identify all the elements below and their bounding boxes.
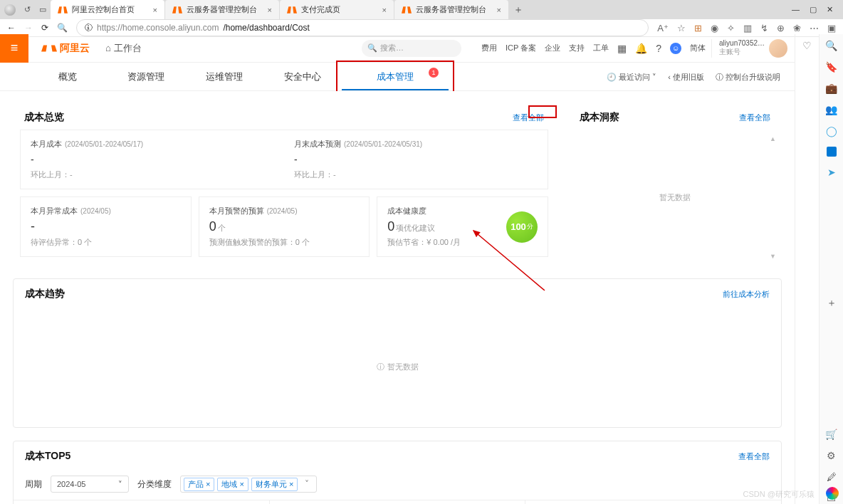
close-icon[interactable]: × <box>497 6 501 14</box>
wallet-icon[interactable]: ❀ <box>793 23 801 33</box>
cost-top5-panel: 成本TOP5 查看全部 周期 2024-05˅ 分类维度 产品 × 地域 × 财… <box>13 441 782 504</box>
period-select[interactable]: 2024-05˅ <box>51 476 129 493</box>
link-icp[interactable]: ICP 备案 <box>506 43 536 53</box>
lens-icon[interactable]: 🔍 <box>825 40 837 51</box>
close-icon[interactable]: × <box>382 6 387 14</box>
tag-finance-unit[interactable]: 财务单元 × <box>251 478 298 491</box>
tab-ops[interactable]: 运维管理 <box>185 63 263 90</box>
assist-icon[interactable]: ☺ <box>670 43 681 54</box>
account-icon[interactable]: ◉ <box>711 23 718 33</box>
window-close-icon[interactable]: ✕ <box>827 5 833 14</box>
tabs-overview-icon[interactable]: ▭ <box>39 5 46 14</box>
edit-icon[interactable]: 🖉 <box>827 471 837 483</box>
upgrade-notes-button[interactable]: ⓘ 控制台升级说明 <box>716 72 780 83</box>
old-version-button[interactable]: ‹ 使用旧版 <box>668 72 704 83</box>
trend-link[interactable]: 前往成本分析 <box>723 289 770 300</box>
close-icon[interactable]: × <box>153 6 157 14</box>
console-right-rail: ♡ <box>795 34 819 504</box>
recent-visit-button[interactable]: 🕘 最近访问 ˅ <box>607 72 656 83</box>
global-search-input[interactable]: 🔍 搜索… <box>362 40 461 57</box>
link-order[interactable]: 工单 <box>593 43 609 53</box>
tab-resources[interactable]: 资源管理 <box>107 63 185 90</box>
insight-view-all-link[interactable]: 查看全部 <box>739 112 770 123</box>
nav-forward-icon: → <box>24 23 33 33</box>
link-support[interactable]: 支持 <box>569 43 585 53</box>
avatar <box>769 39 787 58</box>
copilot-icon[interactable] <box>826 487 839 500</box>
caret-down-icon[interactable]: ▼ <box>770 253 776 260</box>
browser-tab-3[interactable]: 云服务器管理控制台 × <box>394 0 508 19</box>
extension-icon[interactable]: ⊞ <box>694 23 702 33</box>
tab-security[interactable]: 安全中心 <box>263 63 342 90</box>
people-icon[interactable]: 👥 <box>825 104 837 115</box>
dimension-label: 分类维度 <box>137 478 172 490</box>
overview-view-all-link[interactable]: 查看全部 <box>513 112 544 123</box>
tag-product[interactable]: 产品 × <box>184 478 214 491</box>
caret-up-icon[interactable]: ▲ <box>770 135 776 142</box>
lang-switch[interactable]: 简体 <box>690 43 706 53</box>
gear-icon[interactable]: ⚙ <box>827 450 836 461</box>
aliyun-favicon-icon <box>402 5 412 15</box>
tab-cost[interactable]: 成本管理 1 <box>342 63 449 90</box>
tab-overview[interactable]: 概览 <box>28 63 107 90</box>
top5-view-all-link[interactable]: 查看全部 <box>738 451 770 462</box>
tag-icon[interactable]: 🔖 <box>825 61 837 73</box>
app-panel-icon[interactable]: ▥ <box>743 23 752 33</box>
search-icon: 🔍 <box>367 43 377 53</box>
window-maximize-icon[interactable]: ▢ <box>810 5 817 14</box>
brand-logo[interactable]: 阿里云 <box>41 42 90 55</box>
history-icon[interactable]: ↺ <box>24 5 31 14</box>
tag-region[interactable]: 地域 × <box>217 478 248 491</box>
favorite-icon[interactable]: ☆ <box>677 23 686 33</box>
page-main: ≡ 阿里云 ⌂ 工作台 🔍 搜索… 费用 ICP 备案 企业 支持 工单 ▦ 🔔 <box>0 34 795 504</box>
top-links: 费用 ICP 备案 企业 支持 工单 ▦ 🔔 ? ☺ 简体 <box>481 43 706 54</box>
url-host: https://home.console.aliyun.com <box>97 23 219 33</box>
briefcase-icon[interactable]: 💼 <box>825 83 837 94</box>
heart-icon[interactable]: ♡ <box>802 40 812 51</box>
sidebar-toggle-icon[interactable]: ▣ <box>827 23 836 33</box>
add-page-icon[interactable]: ⊕ <box>777 23 785 33</box>
collections-icon[interactable]: ✧ <box>727 23 735 33</box>
browser-tab-title: 云服务器管理控制台 <box>187 4 257 15</box>
trend-empty: 暂无数据 <box>387 362 419 372</box>
nav-reload-icon[interactable]: ⟳ <box>41 23 48 33</box>
page-tabs: 概览 资源管理 运维管理 安全中心 成本管理 1 🕘 最近访问 ˅ ‹ 使用旧版… <box>0 63 795 91</box>
chevron-down-icon: ˅ <box>300 479 313 489</box>
user-block[interactable]: aliyun70352… 主账号 <box>711 39 787 58</box>
browser-tab-title: 云服务器管理控制台 <box>416 4 486 15</box>
menu-icon[interactable]: ⋯ <box>810 23 819 33</box>
link-fee[interactable]: 费用 <box>481 43 497 53</box>
browser-tab-0[interactable]: 阿里云控制台首页 × <box>51 0 164 19</box>
site-info-icon[interactable]: 🛈 <box>84 23 93 33</box>
workbench-button[interactable]: ⌂ 工作台 <box>105 42 142 55</box>
send-icon[interactable]: ➤ <box>827 167 836 178</box>
bell-icon[interactable]: 🔔 <box>635 43 647 54</box>
help-icon[interactable]: ? <box>656 43 661 54</box>
profile-avatar-icon[interactable] <box>4 4 16 16</box>
read-aloud-icon[interactable]: A⁺ <box>657 23 669 33</box>
search-web-icon[interactable]: 🔍 <box>57 23 68 33</box>
window-minimize-icon[interactable]: — <box>792 5 800 14</box>
close-icon[interactable]: × <box>268 6 272 14</box>
chevron-down-icon: ˅ <box>118 480 122 489</box>
cost-trend-panel: 成本趋势 前往成本分析 ⓘ暂无数据 <box>13 278 782 428</box>
browser-tab-2[interactable]: 支付完成页 × <box>280 0 394 19</box>
browser-tab-1[interactable]: 云服务器管理控制台 × <box>165 0 279 19</box>
tab-strip: ↺ ▭ 阿里云控制台首页 × 云服务器管理控制台 × 支付完成页 × 云服务器管… <box>0 0 843 19</box>
app-grid-icon[interactable]: ▦ <box>617 43 627 54</box>
new-tab-button[interactable]: ＋ <box>509 4 528 16</box>
badge-dot: 1 <box>429 68 439 78</box>
plus-icon[interactable]: ＋ <box>827 297 837 310</box>
dimension-tags[interactable]: 产品 × 地域 × 财务单元 × ˅ <box>180 476 317 493</box>
circle-icon[interactable]: ◯ <box>826 125 837 137</box>
console-topbar: ≡ 阿里云 ⌂ 工作台 🔍 搜索… 费用 ICP 备案 企业 支持 工单 ▦ 🔔 <box>0 34 795 63</box>
nav-back-icon[interactable]: ← <box>7 23 16 33</box>
outlook-icon[interactable] <box>827 147 837 157</box>
insight-empty: 暂无数据 <box>659 192 691 203</box>
cart-icon[interactable]: 🛒 <box>825 429 837 440</box>
link-org[interactable]: 企业 <box>545 43 560 53</box>
health-card: 成本健康度 0项优化建议 预估节省：¥ 0.00 /月 100分 <box>377 196 548 257</box>
sidebar-toggle-button[interactable]: ≡ <box>0 34 28 63</box>
search-placeholder: 搜索… <box>380 43 404 53</box>
performance-icon[interactable]: ↯ <box>760 23 768 33</box>
